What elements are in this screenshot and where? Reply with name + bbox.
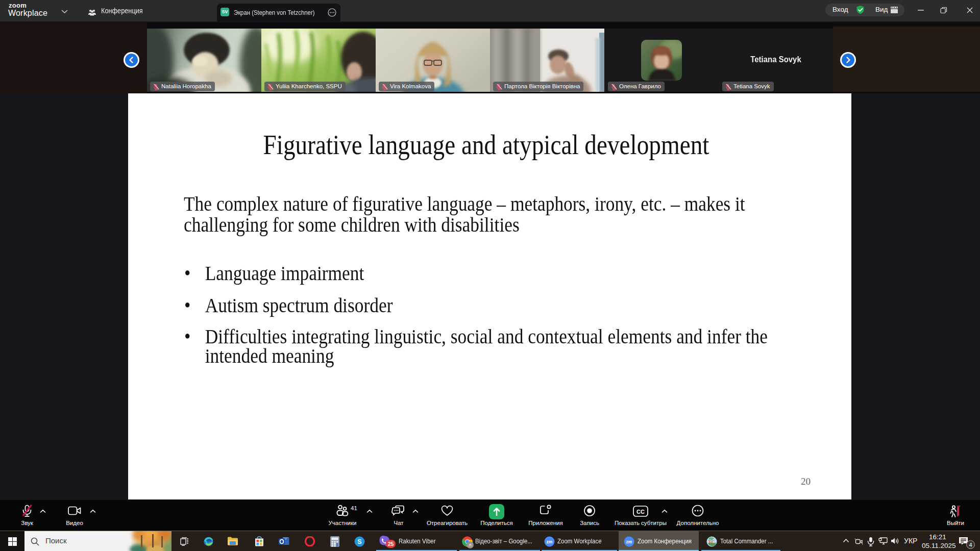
svg-text:zm: zm bbox=[626, 539, 632, 544]
svg-text:zm: zm bbox=[547, 539, 553, 544]
svg-text:S: S bbox=[357, 538, 361, 545]
svg-text:CC: CC bbox=[636, 509, 645, 515]
svg-text:TC: TC bbox=[708, 539, 715, 544]
